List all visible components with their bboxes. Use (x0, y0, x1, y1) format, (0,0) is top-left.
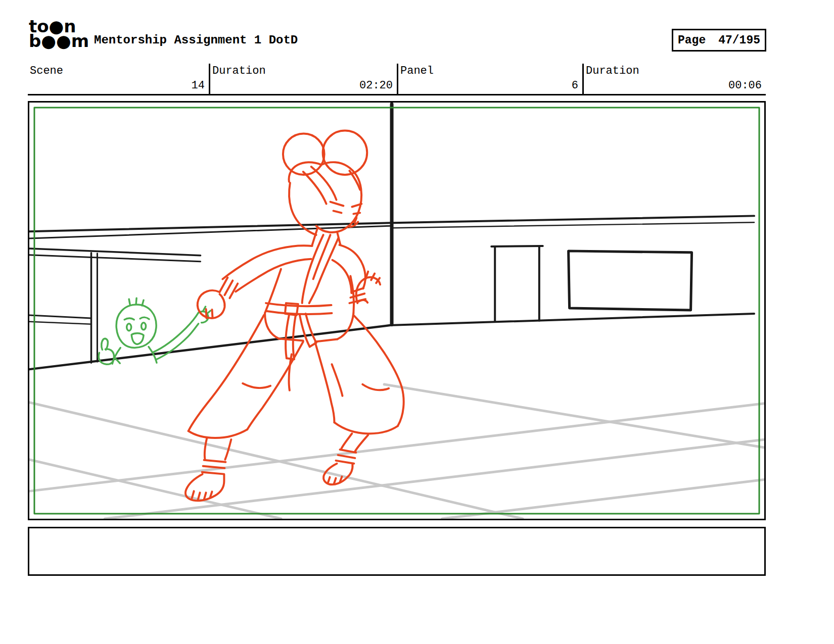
cell-value: 14 (192, 79, 205, 92)
info-table: Scene 14 Duration 02:20 Panel 6 Duration… (28, 64, 766, 95)
kid-head (116, 305, 156, 348)
hair-bun-right (323, 131, 367, 175)
left-fist (198, 290, 225, 318)
hair-bun-left (283, 134, 325, 175)
window-frame (569, 251, 692, 310)
cell-value: 02:20 (359, 79, 393, 92)
cell-label: Duration (212, 65, 266, 77)
cell-value: 6 (572, 79, 578, 92)
kid-thumbs-up (99, 349, 114, 364)
floor-grid (29, 384, 764, 519)
page-value: 47/195 (718, 34, 760, 47)
storyboard-panel (28, 101, 766, 520)
document-title: Mentorship Assignment 1 DotD (94, 33, 298, 47)
page-label: Page (678, 34, 706, 47)
info-cell-panel-duration: Duration 00:06 (582, 64, 766, 95)
info-cell-scene: Scene 14 (28, 64, 209, 95)
cell-label: Duration (586, 65, 639, 77)
info-cell-panel: Panel 6 (397, 64, 582, 95)
room-lines (29, 104, 754, 369)
page-indicator: Page 47/195 (672, 29, 766, 52)
caption-box (28, 527, 766, 576)
storyboard-page: to●n b●●m Mentorship Assignment 1 DotD P… (0, 0, 834, 644)
cell-label: Panel (400, 65, 434, 77)
logo-line-2: b●●m (29, 34, 89, 48)
storyboard-drawing (29, 103, 764, 519)
toonboom-logo: to●n b●●m (29, 19, 89, 48)
info-cell-scene-duration: Duration 02:20 (209, 64, 397, 95)
cell-label: Scene (30, 65, 63, 77)
main-character-sketch (186, 131, 404, 501)
kid-open-mouth (131, 333, 144, 344)
cell-value: 00:06 (728, 79, 762, 92)
